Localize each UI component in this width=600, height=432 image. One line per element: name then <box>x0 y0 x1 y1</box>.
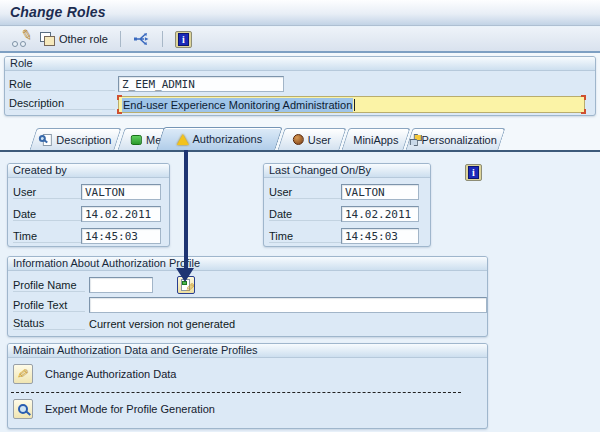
changed-date-label: Date <box>269 208 341 221</box>
created-by-group-box: Created by User VALTON Date 14.02.2011 T… <box>7 163 170 247</box>
tab-miniapps[interactable]: MiniApps <box>341 128 410 150</box>
profile-text-input[interactable] <box>89 297 487 313</box>
authorization-profile-group-box: Information About Authorization Profile … <box>7 256 488 337</box>
tab-description[interactable]: Description <box>29 128 121 150</box>
tab-personalization[interactable]: Personalization <box>405 128 505 150</box>
display-change-toggle-button[interactable]: ✎ <box>8 29 36 50</box>
created-date-field[interactable]: 14.02.2011 <box>81 206 161 222</box>
warning-triangle-icon <box>176 134 188 145</box>
change-authorization-data-label: Change Authorization Data <box>45 368 176 380</box>
created-time-label: Time <box>13 230 81 243</box>
text-cursor <box>354 99 355 111</box>
authorization-profile-header: Information About Authorization Profile <box>8 257 487 271</box>
toolbar-separator <box>120 31 121 47</box>
role-group-header: Role <box>5 57 595 71</box>
annotation-arrow-line <box>184 150 188 270</box>
created-user-field[interactable]: VALTON <box>81 184 161 200</box>
dashed-separator <box>11 392 461 393</box>
last-changed-group-box: Last Changed On/By User VALTON Date 14.0… <box>263 163 431 247</box>
changed-time-field[interactable]: 14:45:03 <box>341 228 419 244</box>
other-role-icon <box>40 32 55 46</box>
description-field[interactable]: End-user Experience Monitoring Administr… <box>118 96 585 113</box>
profile-text-label: Profile Text <box>13 299 85 312</box>
change-authorization-data-button[interactable]: ✎ <box>13 364 33 384</box>
profile-name-label: Profile Name <box>13 279 85 292</box>
other-role-label: Other role <box>59 33 108 45</box>
personalization-grid-icon <box>414 134 418 146</box>
maintain-auth-header: Maintain Authorization Data and Generate… <box>8 344 487 358</box>
page-title: Change Roles <box>10 4 106 20</box>
distribute-icon <box>133 31 150 47</box>
role-label: Role <box>9 78 115 91</box>
pencil-icon: ✎ <box>16 365 29 382</box>
last-changed-header: Last Changed On/By <box>264 164 430 178</box>
changed-date-field[interactable]: 14.02.2011 <box>341 206 419 222</box>
tab-panel-top-border <box>0 150 600 152</box>
created-time-field[interactable]: 14:45:03 <box>81 228 161 244</box>
status-value: Current version not generated <box>89 318 235 330</box>
application-toolbar: ✎ Other role i <box>0 27 600 53</box>
other-role-button[interactable]: Other role <box>36 30 112 48</box>
created-by-header: Created by <box>8 164 169 178</box>
green-square-icon <box>131 135 142 145</box>
user-sphere-icon <box>293 134 304 145</box>
display-change-toggle-icon: ✎ <box>12 31 32 48</box>
tab-user[interactable]: User <box>277 128 346 150</box>
role-value-field[interactable]: Z_EEM_ADMIN <box>118 76 284 92</box>
profile-name-input[interactable] <box>89 277 153 293</box>
title-bar: Change Roles <box>0 0 600 26</box>
annotation-arrow-head <box>176 268 194 282</box>
expert-mode-label: Expert Mode for Profile Generation <box>45 403 215 415</box>
tab-strip: Description Menu Authorizations User Min… <box>0 127 600 150</box>
created-user-label: User <box>13 186 81 199</box>
distribute-button[interactable] <box>129 29 154 49</box>
role-group-box: Role Role Z_EEM_ADMIN Description End-us… <box>4 56 596 116</box>
info-button[interactable]: i <box>465 164 482 181</box>
magnifier-icon <box>18 404 28 414</box>
status-label: Status <box>13 317 85 330</box>
maintain-auth-group-box: Maintain Authorization Data and Generate… <box>7 343 488 429</box>
authorizations-tab-panel: Created by User VALTON Date 14.02.2011 T… <box>0 152 600 432</box>
created-date-label: Date <box>13 208 81 221</box>
changed-user-field[interactable]: VALTON <box>341 184 419 200</box>
magnifier-document-icon <box>39 134 52 146</box>
description-label: Description <box>9 97 115 110</box>
sap-change-roles-window: Change Roles ✎ Other role i Ro <box>0 0 600 432</box>
changed-user-label: User <box>269 186 341 199</box>
changed-time-label: Time <box>269 230 341 243</box>
expert-mode-button[interactable] <box>13 399 33 419</box>
toolbar-separator <box>162 31 163 47</box>
info-button[interactable]: i <box>171 29 196 50</box>
info-icon: i <box>175 31 192 48</box>
description-selected-text: End-user Experience Monitoring Administr… <box>122 98 353 112</box>
tab-authorizations[interactable]: Authorizations <box>156 127 282 150</box>
role-header-area: Role Role Z_EEM_ADMIN Description End-us… <box>0 53 600 127</box>
